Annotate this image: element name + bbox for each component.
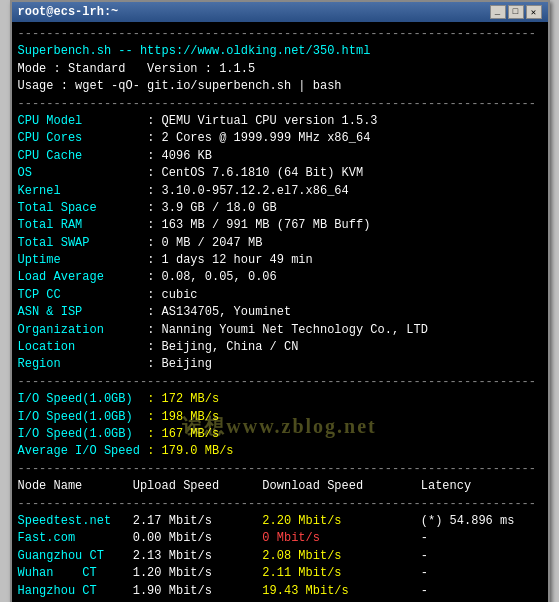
header-line1: Superbench.sh -- https://www.oldking.net… [18,43,542,60]
io-section: I/O Speed(1.0GB) : 172 MB/s I/O Speed(1.… [18,391,542,461]
net-row-wuhan: Wuhan CT 1.20 Mbit/s 2.11 Mbit/s - [18,565,542,582]
header-line2: Mode : Standard Version : 1.1.5 [18,61,542,78]
title-bar: root@ecs-lrh:~ _ □ ✕ [12,2,548,22]
net-row-guangzhou: Guangzhou CT 2.13 Mbit/s 2.08 Mbit/s - [18,548,542,565]
io-speed-3: I/O Speed(1.0GB) : 167 MB/s [18,426,542,443]
terminal-body: ----------------------------------------… [12,22,548,602]
close-button[interactable]: ✕ [526,5,542,19]
net-row-speedtest: Speedtest.net 2.17 Mbit/s 2.20 Mbit/s (*… [18,513,542,530]
separator-3: ----------------------------------------… [18,374,542,391]
net-row-hangzhou: Hangzhou CT 1.90 Mbit/s 19.43 Mbit/s - [18,583,542,600]
maximize-button[interactable]: □ [508,5,524,19]
separator-4: ----------------------------------------… [18,461,542,478]
terminal-window: root@ecs-lrh:~ _ □ ✕ -------------------… [10,0,550,602]
window-controls[interactable]: _ □ ✕ [490,5,542,19]
separator-5: ----------------------------------------… [18,496,542,513]
sys-tcp: TCP CC : cubic [18,287,542,304]
sys-cpu-model: CPU Model : QEMU Virtual CPU version 1.5… [18,113,542,130]
header-line3: Usage : wget -qO- git.io/superbench.sh |… [18,78,542,95]
io-speed-1: I/O Speed(1.0GB) : 172 MB/s [18,391,542,408]
sys-total-ram: Total RAM : 163 MB / 991 MB (767 MB Buff… [18,217,542,234]
net-row-fast: Fast.com 0.00 Mbit/s 0 Mbit/s - [18,530,542,547]
sys-region: Region : Beijing [18,356,542,373]
sys-org: Organization : Nanning Youmi Net Technol… [18,322,542,339]
sys-os: OS : CentOS 7.6.1810 (64 Bit) KVM [18,165,542,182]
io-avg: Average I/O Speed : 179.0 MB/s [18,443,542,460]
separator-2: ----------------------------------------… [18,96,542,113]
separator-1: ----------------------------------------… [18,26,542,43]
sys-cpu-cache: CPU Cache : 4096 KB [18,148,542,165]
window-title: root@ecs-lrh:~ [18,5,119,19]
minimize-button[interactable]: _ [490,5,506,19]
sys-total-swap: Total SWAP : 0 MB / 2047 MB [18,235,542,252]
sys-total-space: Total Space : 3.9 GB / 18.0 GB [18,200,542,217]
sys-uptime: Uptime : 1 days 12 hour 49 min [18,252,542,269]
network-header: Node Name Upload Speed Download Speed La… [18,478,542,495]
sys-asn: ASN & ISP : AS134705, Youminet [18,304,542,321]
sys-cpu-cores: CPU Cores : 2 Cores @ 1999.999 MHz x86_6… [18,130,542,147]
io-speed-2: I/O Speed(1.0GB) : 198 MB/s [18,409,542,426]
sys-kernel: Kernel : 3.10.0-957.12.2.el7.x86_64 [18,183,542,200]
sys-load-avg: Load Average : 0.08, 0.05, 0.06 [18,269,542,286]
sys-location: Location : Beijing, China / CN [18,339,542,356]
